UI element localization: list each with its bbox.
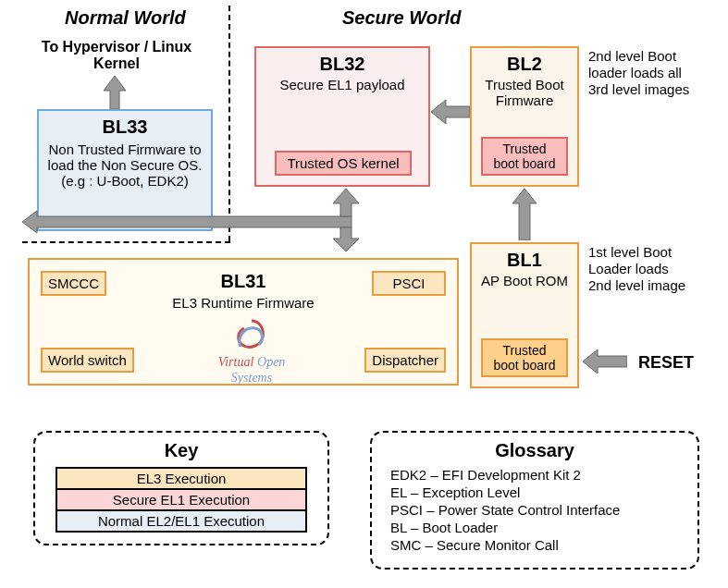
bl31-world-switch: World switch xyxy=(41,348,134,373)
svg-marker-5 xyxy=(333,227,359,251)
arrow-bl33-to-hypervisor xyxy=(104,76,126,109)
svg-marker-3 xyxy=(22,211,352,233)
bl2-title: BL2 xyxy=(472,54,577,75)
bl31-desc: EL3 Runtime Firmware xyxy=(172,295,314,311)
arrow-bl2-to-bl32 xyxy=(431,100,470,124)
bl2-box: BL2 Trusted Boot Firmware Trusted boot b… xyxy=(470,46,579,187)
key-box: Key EL3 Execution Secure EL1 Execution N… xyxy=(33,431,329,545)
bl31-box: BL31 EL3 Runtime Firmware SMCCC PSCI Wor… xyxy=(28,258,459,386)
key-nel: Normal EL2/EL1 Execution xyxy=(56,509,307,533)
glossary-title: Glossary xyxy=(379,440,690,461)
arrow-bl31-to-bl33-and-up xyxy=(22,189,364,251)
bl1-note: 1st level Boot Loader loads 2nd level im… xyxy=(588,244,690,294)
bl2-note: 2nd level Boot loader loads all 3rd leve… xyxy=(588,48,690,98)
bl33-title: BL33 xyxy=(39,116,211,138)
bl33-desc: Non Trusted Firmware to load the Non Sec… xyxy=(39,140,211,190)
bl2-inner: Trusted boot board xyxy=(481,137,568,176)
glossary-box: Glossary EDK2 – EFI Development Kit 2 EL… xyxy=(370,431,699,570)
vos-logo: Virtual Open Systems xyxy=(196,317,307,386)
bl31-title: BL31 xyxy=(221,271,266,291)
bl31-dispatcher: Dispatcher xyxy=(364,348,446,373)
svg-marker-6 xyxy=(583,349,627,374)
reset-label: RESET xyxy=(638,353,694,373)
bl32-box: BL32 Secure EL1 payload Trusted OS kerne… xyxy=(254,46,430,187)
key-sel1: Secure EL1 Execution xyxy=(56,488,307,511)
to-hypervisor-label: To Hypervisor / Linux Kernel xyxy=(33,39,200,72)
key-el3: EL3 Execution xyxy=(56,467,307,490)
bl32-inner: Trusted OS kernel xyxy=(275,151,412,176)
arrow-reset xyxy=(583,349,627,374)
svg-marker-1 xyxy=(431,100,470,124)
bl1-title: BL1 xyxy=(472,250,577,271)
logo-text-a: Virtual xyxy=(218,355,254,369)
swirl-icon xyxy=(231,317,272,354)
bl32-title: BL32 xyxy=(256,54,428,75)
svg-marker-4 xyxy=(333,189,359,216)
bl32-desc: Secure EL1 payload xyxy=(256,77,428,92)
bl1-box: BL1 AP Boot ROM Trusted boot board xyxy=(470,242,579,388)
normal-world-label: Normal World xyxy=(65,7,186,29)
bl31-smccc: SMCCC xyxy=(41,271,106,296)
glossary-line-1: EL – Exception Level xyxy=(390,484,690,500)
svg-marker-2 xyxy=(512,189,537,240)
bl2-desc: Trusted Boot Firmware xyxy=(472,77,577,108)
bl1-inner: Trusted boot board xyxy=(481,338,568,377)
svg-marker-0 xyxy=(104,76,126,109)
glossary-line-3: BL – Boot Loader xyxy=(390,520,690,535)
bl1-desc: AP Boot ROM xyxy=(472,273,577,288)
arrow-bl1-to-bl2 xyxy=(512,189,537,240)
glossary-line-4: SMC – Secure Monitor Call xyxy=(390,537,690,553)
glossary-line-0: EDK2 – EFI Development Kit 2 xyxy=(390,467,690,483)
secure-world-label: Secure World xyxy=(342,7,462,29)
glossary-line-2: PSCI – Power State Control Interface xyxy=(390,502,690,518)
bl31-psci: PSCI xyxy=(372,271,446,296)
key-title: Key xyxy=(43,440,320,461)
